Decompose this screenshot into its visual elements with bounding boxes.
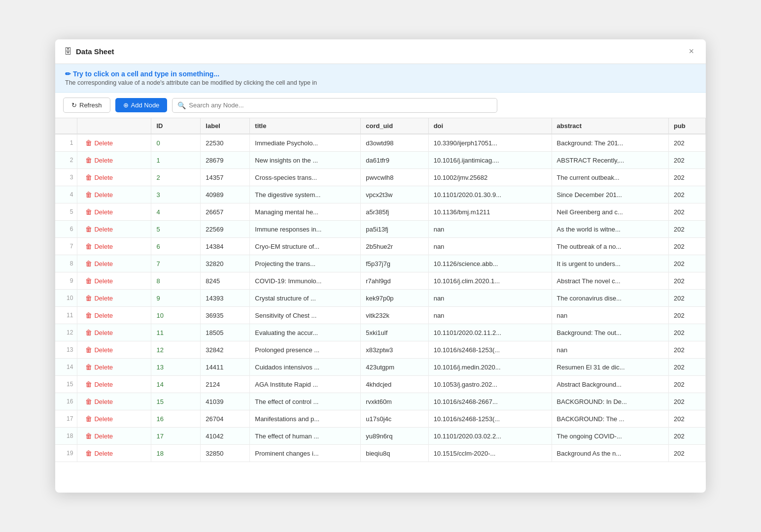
cell-pub[interactable]: 202	[668, 203, 705, 221]
cell-doi[interactable]: 10.1101/2020.01.30.9...	[428, 186, 552, 203]
cell-title[interactable]: AGA Institute Rapid ...	[250, 376, 361, 393]
cell-id[interactable]: 14	[151, 376, 201, 393]
cell-cord-uid[interactable]: 423utgpm	[361, 359, 428, 376]
delete-button[interactable]: 🗑 Delete	[82, 448, 116, 458]
cell-title[interactable]: Prolonged presence ...	[250, 341, 361, 359]
cell-id[interactable]: 4	[151, 203, 201, 221]
cell-pub[interactable]: 202	[668, 428, 705, 445]
cell-pub[interactable]: 202	[668, 134, 705, 152]
cell-cord-uid[interactable]: 5xki1ulf	[361, 324, 428, 341]
cell-doi[interactable]: 10.1101/2020.02.11.2...	[428, 324, 552, 341]
cell-label[interactable]: 28679	[201, 152, 250, 169]
cell-title[interactable]: Cross-species trans...	[250, 169, 361, 186]
cell-title[interactable]: The effect of human ...	[250, 428, 361, 445]
cell-pub[interactable]: 202	[668, 238, 705, 255]
delete-button[interactable]: 🗑 Delete	[82, 345, 116, 355]
delete-button[interactable]: 🗑 Delete	[82, 414, 116, 424]
cell-title[interactable]: Cryo-EM structure of...	[250, 238, 361, 255]
cell-cord-uid[interactable]: kek97p0p	[361, 290, 428, 307]
cell-id[interactable]: 17	[151, 428, 201, 445]
add-node-button[interactable]: ⊕ Add Node	[115, 98, 168, 112]
cell-cord-uid[interactable]: a5r385fj	[361, 203, 428, 221]
cell-id[interactable]: 6	[151, 238, 201, 255]
cell-id[interactable]: 10	[151, 307, 201, 324]
cell-title[interactable]: COVID-19: Immunolo...	[250, 272, 361, 290]
cell-abstract[interactable]: The ongoing COVID-...	[552, 428, 668, 445]
cell-doi[interactable]: 10.1515/cclm-2020-...	[428, 445, 552, 462]
cell-pub[interactable]: 202	[668, 307, 705, 324]
cell-doi[interactable]: nan	[428, 238, 552, 255]
delete-button[interactable]: 🗑 Delete	[82, 276, 116, 286]
delete-button[interactable]: 🗑 Delete	[82, 241, 116, 251]
cell-id[interactable]: 2	[151, 169, 201, 186]
delete-button[interactable]: 🗑 Delete	[82, 310, 116, 320]
cell-cord-uid[interactable]: rvxkt60m	[361, 393, 428, 410]
cell-abstract[interactable]: As the world is witne...	[552, 221, 668, 238]
cell-label[interactable]: 22530	[201, 134, 250, 152]
cell-cord-uid[interactable]: pa5i13fj	[361, 221, 428, 238]
cell-abstract[interactable]: BACKGROUND: In De...	[552, 393, 668, 410]
delete-button[interactable]: 🗑 Delete	[82, 397, 116, 406]
cell-label[interactable]: 22569	[201, 221, 250, 238]
cell-abstract[interactable]: BACKGROUND: The ...	[552, 410, 668, 428]
cell-label[interactable]: 14393	[201, 290, 250, 307]
cell-pub[interactable]: 202	[668, 376, 705, 393]
cell-abstract[interactable]: ABSTRACT Recently,...	[552, 152, 668, 169]
cell-id[interactable]: 18	[151, 445, 201, 462]
cell-id[interactable]: 5	[151, 221, 201, 238]
cell-doi[interactable]: 10.3390/ijerph17051...	[428, 134, 552, 152]
cell-doi[interactable]: 10.1016/j.medin.2020...	[428, 359, 552, 376]
cell-id[interactable]: 13	[151, 359, 201, 376]
cell-pub[interactable]: 202	[668, 445, 705, 462]
cell-pub[interactable]: 202	[668, 255, 705, 272]
cell-id[interactable]: 8	[151, 272, 201, 290]
cell-pub[interactable]: 202	[668, 393, 705, 410]
delete-button[interactable]: 🗑 Delete	[82, 379, 116, 389]
cell-doi[interactable]: 10.1136/bmj.m1211	[428, 203, 552, 221]
cell-cord-uid[interactable]: yu89n6rq	[361, 428, 428, 445]
cell-pub[interactable]: 202	[668, 410, 705, 428]
cell-title[interactable]: Evaluating the accur...	[250, 324, 361, 341]
cell-id[interactable]: 12	[151, 341, 201, 359]
cell-label[interactable]: 36935	[201, 307, 250, 324]
cell-doi[interactable]: nan	[428, 221, 552, 238]
cell-doi[interactable]: 10.1101/2020.03.02.2...	[428, 428, 552, 445]
cell-pub[interactable]: 202	[668, 169, 705, 186]
cell-cord-uid[interactable]: 2b5hue2r	[361, 238, 428, 255]
cell-abstract[interactable]: Abstract Background...	[552, 376, 668, 393]
cell-doi[interactable]: 10.1002/jmv.25682	[428, 169, 552, 186]
cell-abstract[interactable]: Neil Greenberg and c...	[552, 203, 668, 221]
cell-title[interactable]: New insights on the ...	[250, 152, 361, 169]
cell-label[interactable]: 14384	[201, 238, 250, 255]
delete-button[interactable]: 🗑 Delete	[82, 328, 116, 337]
cell-label[interactable]: 41042	[201, 428, 250, 445]
cell-abstract[interactable]: The current outbeak...	[552, 169, 668, 186]
cell-label[interactable]: 26704	[201, 410, 250, 428]
cell-pub[interactable]: 202	[668, 221, 705, 238]
delete-button[interactable]: 🗑 Delete	[82, 259, 116, 268]
delete-button[interactable]: 🗑 Delete	[82, 155, 116, 165]
cell-label[interactable]: 18505	[201, 324, 250, 341]
cell-doi[interactable]: 10.1016/j.ijantimicag....	[428, 152, 552, 169]
cell-id[interactable]: 0	[151, 134, 201, 152]
cell-pub[interactable]: 202	[668, 359, 705, 376]
cell-label[interactable]: 26657	[201, 203, 250, 221]
cell-title[interactable]: The effect of control ...	[250, 393, 361, 410]
cell-title[interactable]: Projecting the trans...	[250, 255, 361, 272]
cell-doi[interactable]: 10.1016/s2468-1253(...	[428, 410, 552, 428]
cell-label[interactable]: 32820	[201, 255, 250, 272]
cell-abstract[interactable]: Background: The 201...	[552, 134, 668, 152]
cell-cord-uid[interactable]: r7ahl9gd	[361, 272, 428, 290]
cell-doi[interactable]: 10.1016/s2468-2667...	[428, 393, 552, 410]
cell-label[interactable]: 2124	[201, 376, 250, 393]
delete-button[interactable]: 🗑 Delete	[82, 362, 116, 372]
cell-title[interactable]: Immediate Psycholo...	[250, 134, 361, 152]
cell-doi[interactable]: 10.1053/j.gastro.202...	[428, 376, 552, 393]
delete-button[interactable]: 🗑 Delete	[82, 293, 116, 303]
cell-cord-uid[interactable]: x83zptw3	[361, 341, 428, 359]
cell-id[interactable]: 16	[151, 410, 201, 428]
cell-abstract[interactable]: nan	[552, 307, 668, 324]
cell-cord-uid[interactable]: d3owtd98	[361, 134, 428, 152]
cell-abstract[interactable]: Abstract The novel c...	[552, 272, 668, 290]
cell-cord-uid[interactable]: 4khdcjed	[361, 376, 428, 393]
